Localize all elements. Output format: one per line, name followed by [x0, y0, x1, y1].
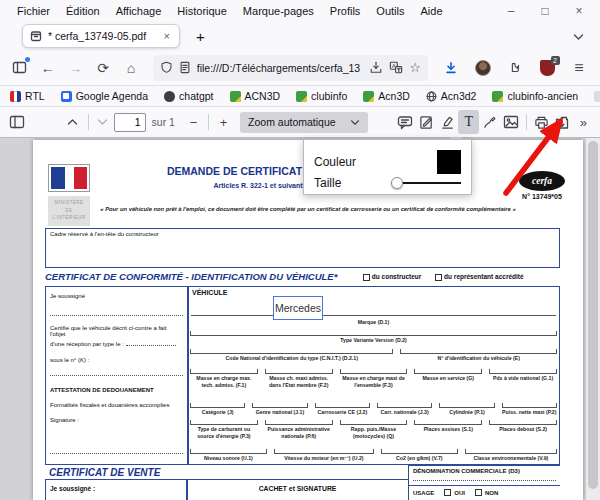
field-line[interactable]: [502, 403, 557, 408]
representant-checkbox[interactable]: [435, 274, 442, 281]
field-line[interactable]: [414, 420, 482, 425]
zoom-out-button[interactable]: −: [183, 110, 204, 134]
fill-line[interactable]: [50, 375, 183, 376]
menu-edition[interactable]: Édition: [59, 3, 107, 19]
page-info-icon[interactable]: [179, 61, 191, 74]
bookmark-clubinfo[interactable]: clubinfo: [296, 90, 347, 102]
bookmark-star-icon[interactable]: ☆: [409, 60, 421, 75]
field-line[interactable]: [190, 349, 393, 354]
pdf-sidebar-toggle-button[interactable]: [6, 110, 27, 134]
tab-cerfa-pdf[interactable]: * cerfa_13749-05.pdf ×: [22, 24, 180, 48]
field-line[interactable]: [252, 403, 307, 408]
print-button[interactable]: [530, 110, 551, 134]
highlight-tool-button[interactable]: [437, 110, 458, 134]
menu-fichier[interactable]: Fichier: [10, 3, 57, 19]
url-text[interactable]: file:///D:/Téléchargements/cerfa_13: [197, 62, 364, 74]
field-line[interactable]: [315, 403, 370, 408]
field-line[interactable]: [190, 420, 258, 425]
reload-button[interactable]: ⟳: [91, 55, 115, 81]
field-line[interactable]: [489, 369, 557, 374]
color-swatch[interactable]: [437, 150, 461, 174]
field-line[interactable]: [340, 369, 408, 374]
forward-button[interactable]: →: [64, 55, 88, 81]
menu-outils[interactable]: Outils: [369, 3, 411, 19]
field-line[interactable]: [265, 420, 333, 425]
scrollbar-thumb[interactable]: [588, 141, 598, 489]
bookmark-acn3d[interactable]: ACN3D: [230, 90, 281, 102]
menu-historique[interactable]: Historique: [170, 3, 234, 19]
usage-oui-checkbox[interactable]: [444, 489, 451, 496]
comment-tool-button[interactable]: [395, 110, 416, 134]
app-menu-button[interactable]: ≡: [566, 55, 592, 81]
save-page-icon[interactable]: [369, 61, 383, 74]
adblock-extension-button[interactable]: 2: [534, 55, 560, 81]
zoom-in-button[interactable]: +: [213, 110, 234, 134]
text-tool-button[interactable]: T: [458, 110, 479, 134]
url-bar[interactable]: file:///D:/Téléchargements/cerfa_13 A ☆: [153, 55, 428, 81]
bookmark-rtl[interactable]: RTL: [10, 90, 45, 102]
window-minimize-button[interactable]: –: [496, 4, 526, 18]
field-line[interactable]: [265, 369, 333, 374]
bookmark-clubinfo-ancien[interactable]: clubinfo-ancien: [492, 90, 578, 102]
field-line[interactable]: [340, 420, 408, 425]
fill-line[interactable]: [126, 345, 176, 346]
marque-field-line[interactable]: [191, 315, 556, 316]
page-number-input[interactable]: [114, 113, 146, 132]
field-label: Type Variante Version (D.2): [190, 337, 557, 344]
vertical-scrollbar[interactable]: [586, 138, 600, 500]
field-line[interactable]: [489, 420, 557, 425]
download-save-button[interactable]: [552, 110, 573, 134]
field-line[interactable]: [414, 369, 482, 374]
pypi-icon: [594, 91, 600, 102]
bookmark-acn3d-2[interactable]: Acn3D: [363, 90, 410, 102]
field-line[interactable]: [190, 331, 557, 336]
field-line[interactable]: [274, 449, 374, 454]
field-line[interactable]: [190, 369, 258, 374]
size-slider[interactable]: [391, 177, 461, 189]
field-line[interactable]: [190, 403, 245, 408]
fill-line[interactable]: [50, 315, 183, 316]
toolbar-overflow-button[interactable]: »: [573, 110, 594, 134]
menu-marque-pages[interactable]: Marque-pages: [236, 3, 321, 19]
constructeur-checkbox[interactable]: [363, 274, 370, 281]
account-button[interactable]: [470, 55, 496, 81]
bookmark-acn3d2[interactable]: Acn3d2: [426, 90, 477, 102]
zoom-mode-select[interactable]: Zoom automatique: [240, 112, 368, 133]
home-button[interactable]: ⌂: [119, 55, 143, 81]
shield-permissions-icon[interactable]: [160, 61, 173, 74]
field-line[interactable]: [377, 403, 432, 408]
field-line[interactable]: [190, 449, 267, 454]
extensions-button[interactable]: [502, 55, 528, 81]
menu-profils[interactable]: Profils: [323, 3, 368, 19]
field-line[interactable]: [381, 449, 458, 454]
previous-page-button[interactable]: [62, 110, 83, 134]
bookmark-google-agenda[interactable]: Google Agenda: [61, 90, 148, 102]
back-button[interactable]: ←: [36, 55, 60, 81]
fill-line[interactable]: [413, 480, 556, 481]
sidebar-toggle-button[interactable]: [8, 55, 32, 81]
pdf-viewport[interactable]: MINISTÈREDEL'INTÉRIEUR DEMANDE DE CERTIF…: [0, 138, 600, 500]
draw-tool-button[interactable]: [479, 110, 500, 134]
bookmark-pypi[interactable]: pypi: [594, 90, 600, 102]
menu-aide[interactable]: Aide: [413, 3, 449, 19]
usage-non-checkbox[interactable]: [475, 489, 482, 496]
text-annotation-mercedes[interactable]: Mercedes: [273, 296, 323, 320]
field-line[interactable]: [439, 403, 494, 408]
downloads-button[interactable]: [438, 55, 464, 81]
menu-affichage[interactable]: Affichage: [109, 3, 169, 19]
fill-line[interactable]: [50, 453, 183, 454]
next-page-button[interactable]: [92, 110, 113, 134]
window-close-button[interactable]: ×: [564, 4, 594, 18]
window-maximize-button[interactable]: □: [530, 4, 560, 18]
new-tab-button[interactable]: +: [190, 28, 211, 45]
add-image-tool-button[interactable]: [500, 110, 521, 134]
tab-close-icon[interactable]: ×: [162, 30, 172, 42]
signature-tool-button[interactable]: [416, 110, 437, 134]
list-all-tabs-button[interactable]: [573, 27, 592, 45]
field-line[interactable]: [465, 449, 557, 454]
translate-icon[interactable]: A: [389, 61, 403, 74]
bookmark-chatgpt[interactable]: chatgpt: [164, 90, 213, 102]
field-line[interactable]: [400, 349, 557, 354]
tab-title: * cerfa_13749-05.pdf: [48, 30, 156, 42]
slider-thumb[interactable]: [391, 177, 403, 189]
